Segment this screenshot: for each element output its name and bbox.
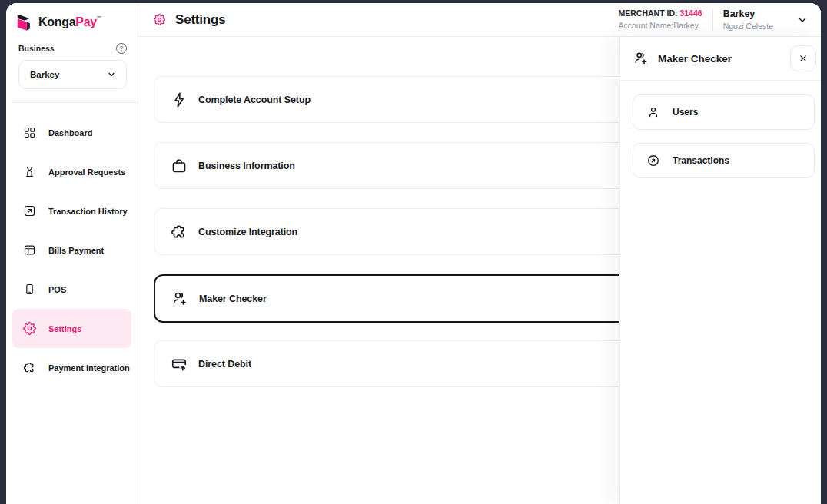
circle-arrow-up-right-icon [646,154,660,167]
sidebar-item-dashboard[interactable]: Dashboard [12,113,131,152]
gear-icon [23,322,36,335]
settings-card-direct-debit[interactable]: Direct Debit [154,340,676,387]
puzzle-icon [171,224,188,240]
brand-name: KongaPay™ [38,15,101,29]
brand-logo: KongaPay™ [6,3,138,33]
panel-item-label: Users [673,107,698,118]
panel-item-users[interactable]: Users [633,94,815,130]
merchant-id-label: MERCHANT ID: [619,8,680,18]
panel-title: Maker Checker [658,53,732,65]
settings-card-customize-integration[interactable]: Customize Integration [154,208,676,255]
settings-card-label: Customize Integration [198,227,297,237]
hourglass-icon [23,165,36,178]
settings-card-business-information[interactable]: Business Information [154,142,676,189]
sidebar-item-label: Dashboard [48,128,92,138]
settings-card-maker-checker[interactable]: Maker Checker [154,274,676,323]
sidebar-item-bills-payment[interactable]: Bills Payment [12,230,131,270]
settings-card-complete-account-setup[interactable]: Complete Account Setup [154,76,676,123]
business-selector-value: Barkey [30,70,59,79]
account-name: Barkey [723,7,773,21]
sidebar-item-label: Transaction History [48,207,128,216]
page-title: Settings [175,12,225,28]
chevron-down-icon [106,69,117,80]
puzzle-icon [23,361,36,374]
user-plus-icon [171,290,188,307]
account-switcher[interactable]: Barkey Ngozi Celeste [723,7,773,32]
sidebar-nav: Dashboard Approval Requests Transaction … [6,103,138,387]
kongapay-logo-icon [15,12,34,33]
account-chevron-down-icon[interactable] [796,14,809,26]
user-plus-icon [633,51,649,66]
close-icon[interactable] [790,45,816,71]
panel-item-transactions[interactable]: Transactions [633,143,815,178]
account-name-line: Account Name:Barkey [619,20,702,32]
top-header: Settings MERCHANT ID: 31446 Account Name… [138,3,821,37]
settings-title-gear-icon [154,14,165,25]
settings-card-label: Business Information [198,161,295,171]
sidebar-item-label: Bills Payment [48,246,104,255]
bills-ledger-icon [23,244,36,257]
business-label: Business [18,44,55,53]
header-divider [712,9,713,31]
merchant-id-value: 31446 [679,8,702,18]
pos-device-icon [23,283,36,296]
dashboard-grid-icon [23,126,36,139]
bolt-icon [171,91,188,108]
app-window: KongaPay™ Business ? Barkey Dashboard [6,3,821,504]
help-icon[interactable]: ? [116,43,127,54]
arrow-up-right-square-icon [23,204,36,217]
sidebar-item-settings[interactable]: Settings [12,309,131,348]
sidebar-item-payment-integration[interactable]: Payment Integration [12,348,131,387]
briefcase-icon [171,158,188,174]
sidebar-item-label: Settings [48,324,81,333]
sidebar-item-pos[interactable]: POS [12,270,131,309]
sidebar-item-approval-requests[interactable]: Approval Requests [12,152,131,191]
sidebar-item-label: Payment Integration [48,363,130,373]
sidebar: KongaPay™ Business ? Barkey Dashboard [6,3,138,504]
merchant-info: MERCHANT ID: 31446 Account Name:Barkey [619,8,702,32]
user-icon [646,105,660,119]
account-user: Ngozi Celeste [723,21,773,32]
maker-checker-panel: Maker Checker Users Transactions [619,37,821,504]
card-up-icon [171,356,188,373]
sidebar-item-label: POS [48,285,66,294]
panel-item-label: Transactions [673,155,729,166]
settings-card-label: Maker Checker [199,293,267,304]
sidebar-item-label: Approval Requests [48,167,125,177]
sidebar-item-transaction-history[interactable]: Transaction History [12,191,131,230]
settings-card-label: Direct Debit [198,359,251,370]
settings-card-label: Complete Account Setup [198,94,311,105]
business-selector[interactable]: Barkey [18,60,127,89]
